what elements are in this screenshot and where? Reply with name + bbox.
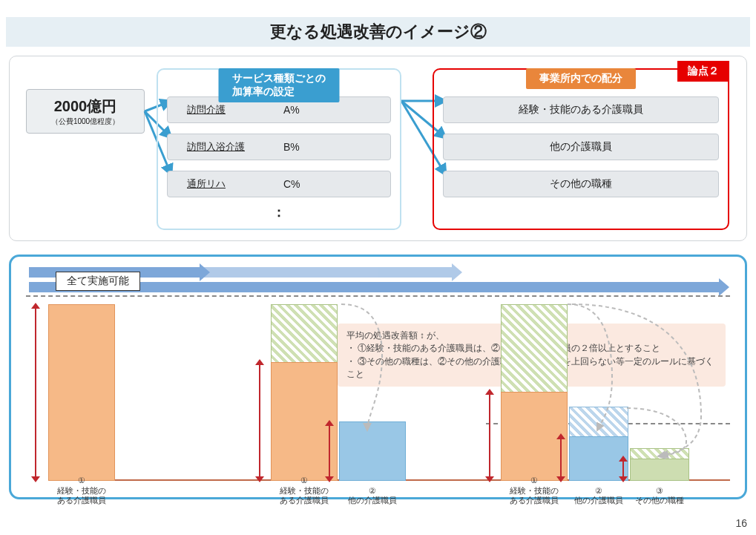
bar-label: ③ その他の職種	[631, 486, 688, 507]
bar-s3-c1: ① 経験・技能の ある介護職員	[501, 304, 568, 481]
dist-row: 経験・技能のある介護職員	[443, 96, 719, 123]
upper-panel: 2000億円 （公費1000億程度） サービス種類ごとの加算率の設定 訪問介護 …	[9, 56, 747, 241]
page-title: 更なる処遇改善のイメージ②	[270, 21, 487, 43]
service-rate: A%	[283, 104, 300, 116]
range-arrow-icon	[329, 424, 330, 478]
dist-row: その他の職種	[443, 171, 719, 197]
bar-s1-c1: ① 経験・技能の ある介護職員	[48, 304, 115, 481]
ellipsis: ：	[167, 203, 391, 221]
service-rate: B%	[283, 141, 300, 153]
budget-sub: （公費1000億程度）	[51, 116, 119, 127]
bar-area: ① 経験・技能の ある介護職員 ① 経験・技能の ある介護職員 ② 他の介護職員…	[48, 304, 730, 481]
bar-s3-c3: ③ その他の職種	[630, 448, 689, 481]
range-arrow-icon	[622, 460, 624, 478]
group-title-right: 事業所内での配分	[526, 68, 636, 89]
bar-label: ② 他の介護職員	[571, 486, 627, 507]
group-title-left: サービス種類ごとの加算率の設定	[219, 68, 340, 102]
bar-s2-c1: ① 経験・技能の ある介護職員	[271, 304, 338, 481]
service-row: 通所リハ C%	[167, 171, 391, 197]
budget-amount: 2000億円	[54, 96, 117, 116]
page-number: 16	[735, 517, 747, 529]
title-bar: 更なる処遇改善のイメージ②	[6, 17, 750, 47]
range-arrow-icon	[560, 438, 562, 478]
service-name: 通所リハ	[187, 177, 283, 191]
bar-label: ① 経験・技能の ある介護職員	[50, 476, 114, 506]
dash-line	[26, 295, 730, 297]
lower-panel: 全て実施可能 平均の処遇改善額 ↕ が、 ・ ①経験・技能のある介護職員は、②そ…	[9, 255, 747, 499]
dist-row: 他の介護職員	[443, 134, 719, 160]
range-arrow-icon	[35, 307, 36, 478]
label-all: 全て実施可能	[56, 272, 140, 291]
service-name: 訪問入浴介護	[187, 140, 283, 154]
service-name: 訪問介護	[187, 103, 283, 116]
group-distribution: 論点２ 事業所内での配分 経験・技能のある介護職員 他の介護職員 その他の職種	[433, 68, 729, 230]
range-arrow-icon	[259, 364, 260, 478]
bar-label: ② 他の介護職員	[341, 486, 404, 507]
service-row: 訪問入浴介護 B%	[167, 134, 391, 160]
range-arrow-icon	[489, 393, 490, 478]
bar-s3-c2: ② 他の介護職員	[569, 407, 628, 481]
bar-s2-c2: ② 他の介護職員	[339, 421, 406, 481]
budget-box: 2000億円 （公費1000億程度）	[26, 89, 145, 134]
group-service-rates: サービス種類ごとの加算率の設定 訪問介護 A% 訪問入浴介護 B% 通所リハ C…	[157, 68, 401, 230]
service-rate: C%	[283, 178, 300, 190]
issue-badge: 論点２	[677, 61, 729, 82]
